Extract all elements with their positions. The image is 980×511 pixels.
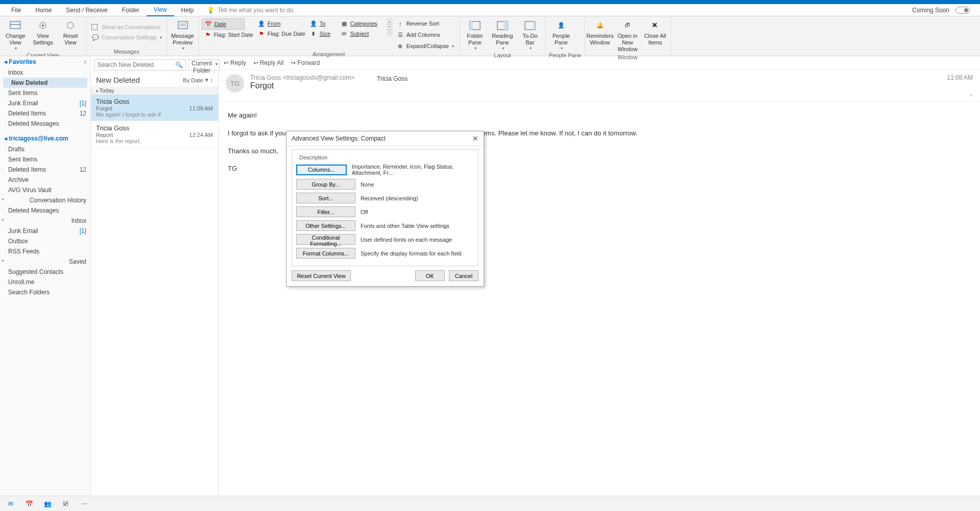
reverse-sort-button[interactable]: ↕Reverse Sort bbox=[394, 18, 456, 29]
tab-folder[interactable]: Folder bbox=[115, 5, 147, 16]
forward-button[interactable]: ↪Forward bbox=[291, 59, 320, 66]
fav-item-4[interactable]: Deleted Items12 bbox=[0, 108, 90, 119]
gallery-more-icon[interactable]: ▿ bbox=[387, 30, 392, 35]
svg-point-3 bbox=[42, 25, 44, 27]
arrange-from-button[interactable]: 👤From bbox=[255, 18, 295, 29]
gallery-up-icon[interactable]: ▴ bbox=[387, 18, 392, 24]
reminders-window-button[interactable]: 🔔Reminders Window bbox=[588, 18, 612, 47]
arrange-to-label: To bbox=[320, 20, 326, 27]
collapse-nav-icon[interactable]: ‹ bbox=[84, 58, 86, 65]
acct-item-5[interactable]: Conversation History bbox=[0, 195, 90, 205]
acct-item-14[interactable]: Search Folders bbox=[0, 287, 90, 297]
size-icon: ⬍ bbox=[309, 30, 318, 38]
calendar-icon[interactable]: 📅 bbox=[25, 499, 34, 508]
message-preview-button[interactable]: Message Preview bbox=[171, 18, 195, 52]
acct-item-7[interactable]: Inbox bbox=[0, 216, 90, 226]
tab-view[interactable]: View bbox=[147, 4, 174, 16]
tell-me[interactable]: 💡 Tell me what you want to do bbox=[207, 7, 293, 14]
gear-icon bbox=[37, 19, 49, 32]
acct-item-3[interactable]: Archive bbox=[0, 175, 90, 185]
svg-rect-0 bbox=[10, 21, 20, 29]
fav-item-5[interactable]: Deleted Messages bbox=[0, 119, 90, 129]
acct-item-10[interactable]: RSS Feeds bbox=[0, 246, 90, 257]
arrange-subject-button[interactable]: ✉Subject bbox=[338, 29, 384, 39]
open-new-window-button[interactable]: 🗗Open in New Window bbox=[615, 18, 640, 54]
group-window: 🔔Reminders Window 🗗Open in New Window 🗙C… bbox=[585, 16, 671, 56]
acct-item-1[interactable]: Sent Items bbox=[0, 154, 90, 165]
arrange-date-label: Date bbox=[214, 21, 226, 27]
acct-item-2[interactable]: Deleted Items12 bbox=[0, 165, 90, 175]
arrange-categories-button[interactable]: ▦Categories bbox=[338, 18, 384, 29]
people-pane-button[interactable]: 👤People Pane bbox=[549, 18, 573, 52]
change-view-button[interactable]: Change View bbox=[3, 18, 28, 52]
reply-button[interactable]: ↩Reply bbox=[224, 59, 246, 66]
reading-pane-button[interactable]: Reading Pane bbox=[490, 18, 515, 52]
account-header[interactable]: ◂ triciagoss@live.com bbox=[0, 133, 90, 144]
search-input[interactable] bbox=[94, 59, 186, 71]
acct-item-0[interactable]: Drafts bbox=[0, 144, 90, 154]
reply-all-button[interactable]: ↩Reply All bbox=[253, 59, 284, 66]
message-item-1[interactable]: Tricia GossReport12:24 AMHere is the rep… bbox=[91, 121, 218, 148]
favorites-header[interactable]: ◂ Favorites ‹ bbox=[0, 56, 90, 67]
tab-sendreceive[interactable]: Send / Receive bbox=[59, 5, 114, 16]
coming-soon-toggle[interactable] bbox=[955, 7, 970, 14]
reply-label: Reply bbox=[230, 59, 246, 66]
categories-icon: ▦ bbox=[340, 19, 348, 28]
acct-item-8[interactable]: Junk Email[1] bbox=[0, 226, 90, 236]
checkbox-icon bbox=[91, 24, 98, 30]
acct-item-9[interactable]: Outbox bbox=[0, 236, 90, 246]
tab-help[interactable]: Help bbox=[174, 5, 201, 16]
body-line: Thanks so much, bbox=[228, 146, 971, 157]
columns-icon: ☰ bbox=[396, 31, 404, 39]
search-scope-button[interactable]: Current Folder bbox=[188, 59, 220, 71]
view-settings-button[interactable]: View Settings bbox=[31, 18, 55, 47]
acct-item-6[interactable]: Deleted Messages bbox=[0, 205, 90, 216]
mail-icon[interactable]: ✉ bbox=[6, 499, 15, 508]
fav-item-0[interactable]: Inbox bbox=[0, 67, 90, 78]
arrange-flag-start-button[interactable]: ⚑Flag: Start Date bbox=[202, 30, 255, 40]
close-all-button[interactable]: 🗙Close All Items bbox=[643, 18, 667, 47]
people-icon: 👤 bbox=[555, 19, 567, 32]
gallery-down-icon[interactable]: ▾ bbox=[387, 24, 392, 30]
main-area: ◂ Favorites ‹ InboxNew DeletedSent Items… bbox=[0, 56, 980, 496]
arrange-size-button[interactable]: ⬍Size bbox=[307, 29, 338, 39]
more-icon[interactable]: ⋯ bbox=[80, 499, 89, 508]
conversation-icon: 💬 bbox=[91, 33, 100, 41]
expand-collapse-button[interactable]: ⊕Expand/Collapse bbox=[394, 41, 456, 51]
acct-item-13[interactable]: Unroll.me bbox=[0, 277, 90, 287]
menu-tabs: File Home Send / Receive Folder View Hel… bbox=[0, 4, 980, 16]
tab-home[interactable]: Home bbox=[28, 5, 59, 16]
forward-label: Forward bbox=[297, 59, 320, 66]
expand-header-icon[interactable]: ⌵ bbox=[969, 90, 973, 98]
date-group-today[interactable]: Today bbox=[91, 86, 218, 95]
flag-icon: ⚑ bbox=[204, 31, 212, 39]
arrange-size-label: Size bbox=[320, 31, 330, 37]
reading-pane-icon bbox=[496, 19, 509, 32]
arrange-to-button[interactable]: 👤To bbox=[307, 18, 338, 29]
conversation-settings-button[interactable]: 💬 Conversation Settings bbox=[89, 32, 164, 42]
fav-item-1[interactable]: New Deleted bbox=[3, 78, 87, 88]
sort-button[interactable]: By Date ▾ ↑ bbox=[183, 76, 213, 84]
chevron-down-icon: ▾ bbox=[205, 77, 208, 83]
people-nav-icon[interactable]: 👥 bbox=[43, 499, 52, 508]
acct-item-4[interactable]: AVG Virus Vault bbox=[0, 185, 90, 195]
calendar-icon: 📅 bbox=[204, 20, 212, 28]
fav-item-3[interactable]: Junk Email[1] bbox=[0, 98, 90, 108]
reply-icon: ↩ bbox=[224, 59, 229, 66]
folder-pane-button[interactable]: Folder Pane bbox=[463, 18, 487, 52]
acct-item-11[interactable]: Saved bbox=[0, 257, 90, 267]
fav-item-2[interactable]: Sent Items bbox=[0, 88, 90, 98]
tasks-icon[interactable]: 🗹 bbox=[61, 499, 70, 508]
arrange-date-button[interactable]: 📅Date bbox=[202, 18, 245, 30]
search-icon[interactable]: 🔍 bbox=[175, 61, 183, 68]
arrange-flag-due-button[interactable]: ⚑Flag: Due Date bbox=[255, 29, 307, 39]
group-arrangement: 📅Date ⚑Flag: Start Date 👤From ⚑Flag: Due… bbox=[199, 16, 460, 56]
add-columns-button[interactable]: ☰Add Columns bbox=[394, 30, 456, 40]
todo-bar-button[interactable]: To-Do Bar bbox=[518, 18, 542, 52]
close-all-icon: 🗙 bbox=[649, 19, 661, 32]
reset-view-button[interactable]: Reset View bbox=[58, 18, 83, 47]
tab-file[interactable]: File bbox=[4, 5, 28, 16]
message-item-0[interactable]: Tricia GossForgot11:09 AMMe again! I for… bbox=[91, 95, 218, 121]
show-conversations-check[interactable]: Show as Conversations bbox=[89, 23, 164, 31]
acct-item-12[interactable]: Suggested Contacts bbox=[0, 267, 90, 277]
